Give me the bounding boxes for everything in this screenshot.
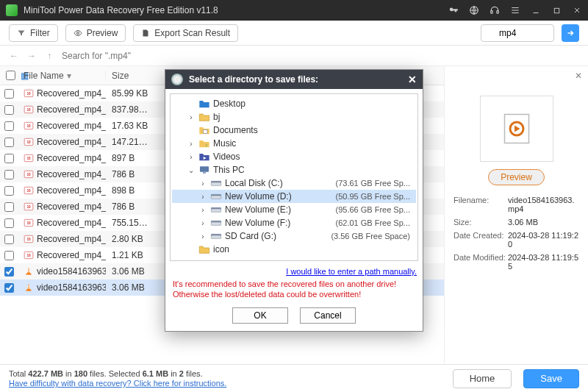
back-icon[interactable]: ←: [9, 51, 19, 61]
file-name: Recovered_mp4_f...: [37, 121, 106, 131]
select-all-checkbox[interactable]: [6, 71, 15, 80]
folder-blue-icon: [198, 99, 210, 109]
up-icon[interactable]: ↑: [44, 51, 54, 61]
video-icon: 10: [24, 234, 34, 244]
video-icon: 10: [24, 121, 34, 131]
svg-rect-32: [27, 286, 30, 287]
expand-icon[interactable]: ›: [198, 206, 207, 214]
tree-item[interactable]: ›Local Disk (C:)(73.61 GB Free Sp...: [172, 177, 416, 190]
expand-icon[interactable]: ›: [198, 179, 207, 188]
dialog-close-icon[interactable]: ✕: [408, 74, 417, 85]
tree-item[interactable]: ›New Volume (E:)(95.66 GB Free Sp...: [172, 203, 416, 216]
dialog-titlebar: Select a directory to save files: ✕: [165, 70, 423, 89]
headset-icon[interactable]: [490, 5, 500, 15]
directory-tree[interactable]: Desktop›bjDocuments›♪Music›Videos⌄This P…: [170, 93, 418, 261]
expand-icon[interactable]: ⌄: [187, 166, 196, 174]
filter-button[interactable]: Filter: [9, 24, 58, 42]
row-checkbox[interactable]: [4, 154, 14, 163]
tree-label: Local Disk (C:): [225, 178, 283, 188]
svg-rect-28: [26, 274, 32, 275]
expand-icon[interactable]: ›: [187, 153, 196, 161]
file-size: 85.99 KB: [106, 88, 154, 99]
row-checkbox[interactable]: [4, 202, 14, 212]
export-button[interactable]: Export Scan Result: [133, 24, 238, 42]
row-checkbox[interactable]: [4, 121, 14, 131]
row-checkbox[interactable]: [4, 89, 14, 99]
row-checkbox[interactable]: [4, 283, 14, 293]
row-checkbox[interactable]: [4, 251, 14, 260]
video-icon: 10: [24, 250, 34, 260]
search-input[interactable]: [481, 24, 554, 42]
size-label: Size:: [453, 218, 508, 227]
svg-rect-43: [211, 194, 220, 196]
panel-close-icon[interactable]: ✕: [575, 71, 582, 81]
tree-label: Videos: [213, 152, 240, 162]
tree-item[interactable]: ›New Volume (F:)(62.01 GB Free Sp...: [172, 216, 416, 229]
expand-icon[interactable]: ›: [198, 219, 207, 227]
close-icon[interactable]: [572, 5, 582, 15]
ok-button[interactable]: OK: [232, 307, 288, 324]
tree-item[interactable]: ›Videos: [172, 150, 416, 163]
preview-button[interactable]: Preview: [65, 24, 126, 42]
dialog-title: Select a directory to save files:: [189, 74, 318, 85]
tree-item[interactable]: ⌄This PC: [172, 163, 416, 177]
tree-item[interactable]: ›bj: [172, 110, 416, 124]
video-icon: 10: [24, 88, 34, 99]
col-name-label[interactable]: File Name: [24, 71, 64, 81]
row-checkbox[interactable]: [4, 235, 14, 244]
svg-rect-38: [200, 166, 209, 171]
save-directory-dialog: Select a directory to save files: ✕ Desk…: [165, 69, 423, 332]
preview-file-button[interactable]: Preview: [488, 169, 545, 185]
file-size: 17.63 KB: [106, 121, 154, 131]
svg-text:10: 10: [26, 189, 31, 193]
video-icon: 10: [24, 169, 34, 179]
svg-text:10: 10: [26, 238, 31, 241]
row-checkbox[interactable]: [4, 218, 14, 228]
svg-text:10: 10: [26, 205, 31, 209]
tree-item[interactable]: icon: [172, 243, 416, 256]
expand-icon[interactable]: ›: [198, 193, 207, 201]
manual-path-link[interactable]: I would like to enter a path manually.: [286, 267, 417, 276]
tree-label: New Volume (D:): [225, 191, 292, 202]
search-go-button[interactable]: [562, 24, 579, 42]
expand-icon[interactable]: ›: [187, 140, 196, 148]
created-value: 2024-03-28 11:19:20: [508, 231, 579, 249]
expand-icon[interactable]: ›: [187, 113, 196, 121]
tree-item[interactable]: ›SD Card (G:)(3.56 GB Free Space): [172, 229, 416, 243]
expand-icon[interactable]: ›: [198, 232, 207, 240]
row-checkbox[interactable]: [4, 105, 14, 115]
svg-rect-49: [211, 234, 220, 235]
svg-rect-3: [554, 8, 559, 13]
help-link[interactable]: Have difficulty with data recovery? Clic…: [9, 379, 226, 388]
video-icon: 10: [24, 153, 34, 163]
minimize-icon[interactable]: [531, 5, 541, 15]
tree-item[interactable]: Documents: [172, 124, 416, 137]
row-checkbox[interactable]: [4, 267, 14, 277]
tree-item[interactable]: ›♪Music: [172, 137, 416, 150]
file-size: 786 B: [106, 202, 154, 212]
tree-label: icon: [213, 244, 229, 254]
folder-doc-icon: [198, 125, 210, 135]
tree-item[interactable]: ›New Volume (D:)(50.95 GB Free Sp...: [172, 190, 416, 203]
file-size: 897 B: [106, 153, 154, 163]
row-checkbox[interactable]: [4, 138, 14, 147]
save-button[interactable]: Save: [523, 369, 579, 388]
file-size: 2.80 KB: [106, 234, 154, 244]
file-size: 147.21 KB: [106, 137, 154, 147]
home-button[interactable]: Home: [453, 369, 512, 388]
file-name: Recovered_mp4_f...: [37, 185, 106, 196]
file-size: 837.98 KB: [106, 104, 154, 115]
key-icon[interactable]: [448, 5, 459, 15]
row-checkbox[interactable]: [4, 170, 14, 179]
row-checkbox[interactable]: [4, 186, 14, 196]
menu-icon[interactable]: [510, 5, 520, 15]
globe-icon[interactable]: [469, 5, 479, 15]
vlc-icon: [24, 282, 34, 293]
col-size-label[interactable]: Size: [112, 71, 129, 81]
tree-item[interactable]: Desktop: [172, 97, 416, 110]
breadcrumb-text: Search for ".mp4": [62, 51, 131, 61]
warning-text: It's recommended to save the recovered f…: [165, 279, 423, 304]
maximize-icon[interactable]: [551, 5, 562, 15]
cancel-button[interactable]: Cancel: [300, 307, 356, 324]
forward-icon[interactable]: →: [26, 51, 37, 61]
